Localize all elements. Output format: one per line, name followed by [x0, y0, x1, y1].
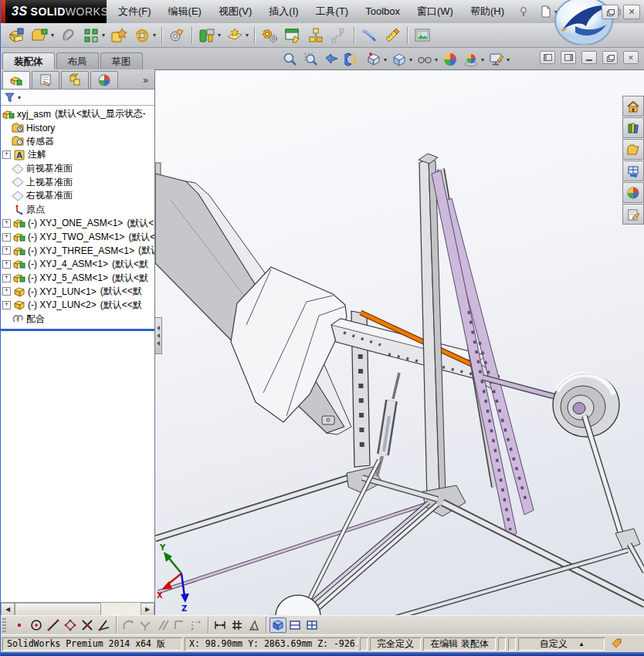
- tree-item-front-plane[interactable]: 前视基准面: [1, 162, 154, 176]
- status-custom-dropdown[interactable]: 自定义▴: [518, 637, 605, 651]
- open-part-caret[interactable]: ▾: [51, 32, 54, 39]
- curve-button[interactable]: [358, 25, 381, 46]
- graphics-viewport[interactable]: Y X Z: [155, 69, 644, 615]
- line-snap-button[interactable]: [45, 617, 62, 633]
- scroll-left-arrow[interactable]: ◀: [1, 603, 15, 616]
- tree-root[interactable]: xyj_asm (默认<默认_显示状态-: [1, 107, 154, 121]
- tree-item-xyj-4-asm[interactable]: + (-) XYJ_4_ASM<1> (默认<默: [1, 258, 154, 272]
- tree-item-history[interactable]: History: [1, 121, 154, 135]
- doc-restore-button[interactable]: [602, 51, 618, 64]
- four-view-button[interactable]: [303, 617, 320, 633]
- menu-toolbox[interactable]: Toolbox: [357, 0, 408, 23]
- motion-study-button[interactable]: [258, 25, 281, 46]
- expand-box[interactable]: +: [2, 233, 11, 242]
- strut-tube[interactable]: [629, 544, 644, 572]
- dimension-snap-button[interactable]: [212, 617, 229, 633]
- window-close-button[interactable]: ✕: [623, 5, 640, 19]
- toolbar-grip[interactable]: [2, 618, 6, 632]
- grid-snap-button[interactable]: [229, 617, 246, 633]
- expand-box[interactable]: +: [2, 150, 11, 159]
- menu-insert[interactable]: 插入(I): [260, 0, 307, 23]
- rotate-component-button[interactable]: ▾: [130, 25, 158, 46]
- display-manager-tab[interactable]: [90, 71, 118, 89]
- scroll-track[interactable]: [101, 603, 141, 615]
- expand-box[interactable]: +: [2, 301, 11, 309]
- solidworks-resources-button[interactable]: [622, 96, 644, 117]
- view-settings-caret[interactable]: ▾: [507, 56, 510, 63]
- tab-assembly[interactable]: 装配体: [2, 52, 55, 69]
- scroll-right-arrow[interactable]: ▶: [141, 603, 154, 616]
- panel-horizontal-scrollbar[interactable]: ◀ ▶: [1, 602, 154, 615]
- file-explorer-button[interactable]: [622, 139, 644, 160]
- angle-grid-button[interactable]: [246, 617, 263, 633]
- menu-edit[interactable]: 编辑(E): [160, 0, 210, 23]
- view-orientation-caret[interactable]: ▾: [384, 56, 387, 63]
- tree-item-top-plane[interactable]: 上视基准面: [1, 175, 154, 189]
- reference-geometry-caret[interactable]: ▾: [246, 32, 249, 39]
- menu-tools[interactable]: 工具(T): [307, 0, 358, 23]
- rear-lower-tube[interactable]: [378, 550, 628, 615]
- menu-file[interactable]: 文件(F): [110, 0, 160, 23]
- tree-item-sensors[interactable]: 传感器: [1, 134, 154, 148]
- custom-properties-button[interactable]: [622, 204, 644, 225]
- parallel-snap-button[interactable]: [154, 617, 171, 633]
- filter-caret[interactable]: ▾: [18, 94, 21, 101]
- assembly-features-caret[interactable]: ▾: [218, 32, 221, 39]
- angle-snap-button[interactable]: [96, 617, 113, 633]
- doc-minimize-button[interactable]: [581, 51, 597, 64]
- property-manager-tab[interactable]: [32, 71, 59, 89]
- tab-sketch[interactable]: 草图: [100, 52, 143, 69]
- expand-box[interactable]: +: [2, 287, 11, 296]
- shaded-view-button[interactable]: [269, 617, 286, 633]
- tangent-snap-button[interactable]: [120, 617, 137, 633]
- panel-splitter-handle[interactable]: [155, 317, 162, 354]
- collapse-left-pane-button[interactable]: [540, 51, 555, 64]
- doc-close-button[interactable]: ✕: [623, 51, 639, 64]
- tree-item-right-plane[interactable]: 右视基准面: [1, 189, 154, 203]
- tree-item-mates[interactable]: 配合: [1, 312, 154, 326]
- rotate-caret[interactable]: ▾: [153, 32, 156, 39]
- move-component-button[interactable]: [165, 25, 188, 46]
- quadrant-snap-button[interactable]: [62, 617, 79, 633]
- pin-menu-icon[interactable]: [517, 5, 530, 18]
- apply-scene-button[interactable]: ▾: [461, 50, 486, 69]
- tree-item-origin[interactable]: 原点: [1, 203, 154, 217]
- menu-help[interactable]: 帮助(H): [462, 0, 513, 23]
- scroll-thumb[interactable]: [15, 603, 101, 616]
- hide-show-caret[interactable]: ▾: [435, 56, 438, 63]
- mount-bracket[interactable]: [322, 416, 334, 424]
- previous-view-button[interactable]: [322, 50, 342, 69]
- nearest-snap-button[interactable]: [188, 617, 205, 633]
- display-style-caret[interactable]: ▾: [409, 56, 412, 63]
- explode-line-sketch-button[interactable]: [327, 25, 351, 46]
- tree-item-xyj-lun-1[interactable]: + (-) XYJ_LUN<1> (默认<<默: [1, 285, 154, 299]
- zoom-fit-button[interactable]: [280, 50, 300, 69]
- perpendicular-snap-button[interactable]: [137, 617, 154, 633]
- expand-box[interactable]: +: [2, 246, 11, 255]
- image-quality-button[interactable]: [411, 25, 434, 46]
- tree-item-annotations[interactable]: + A 注解: [1, 148, 154, 162]
- point-snap-button[interactable]: [11, 617, 28, 633]
- configuration-manager-tab[interactable]: [61, 71, 89, 89]
- collapse-right-pane-button[interactable]: [561, 51, 576, 64]
- design-library-button[interactable]: [622, 117, 644, 138]
- display-style-button[interactable]: ▾: [389, 50, 414, 69]
- mate-button[interactable]: [56, 25, 80, 46]
- bill-of-materials-button[interactable]: [281, 25, 304, 46]
- view-orientation-button[interactable]: ▾: [364, 50, 388, 69]
- zoom-area-button[interactable]: [301, 50, 321, 69]
- window-restore-button[interactable]: [602, 5, 619, 19]
- corner-snap-button[interactable]: [171, 617, 188, 633]
- linear-component-pattern-button[interactable]: ▾: [80, 25, 107, 46]
- expand-box[interactable]: +: [2, 274, 11, 282]
- panel-tabs-overflow-chevron[interactable]: »: [143, 75, 153, 89]
- tree-filter-bar[interactable]: ▾: [1, 90, 154, 106]
- wheel-strut[interactable]: [585, 416, 622, 536]
- featuremanager-tree-tab[interactable]: [2, 71, 30, 89]
- open-part-button[interactable]: ▾: [29, 25, 56, 46]
- reference-geometry-button[interactable]: ▾: [223, 25, 251, 46]
- instant-3d-button[interactable]: [381, 25, 404, 46]
- center-point-snap-button[interactable]: [28, 617, 45, 633]
- tree-item-xyj-5-asm[interactable]: + (-) XYJ_5_ASM<1> (默认<默: [1, 271, 154, 285]
- tree-item-xyj-two-asm[interactable]: + (-) XYJ_TWO_ASM<1> (默认<默: [1, 230, 154, 244]
